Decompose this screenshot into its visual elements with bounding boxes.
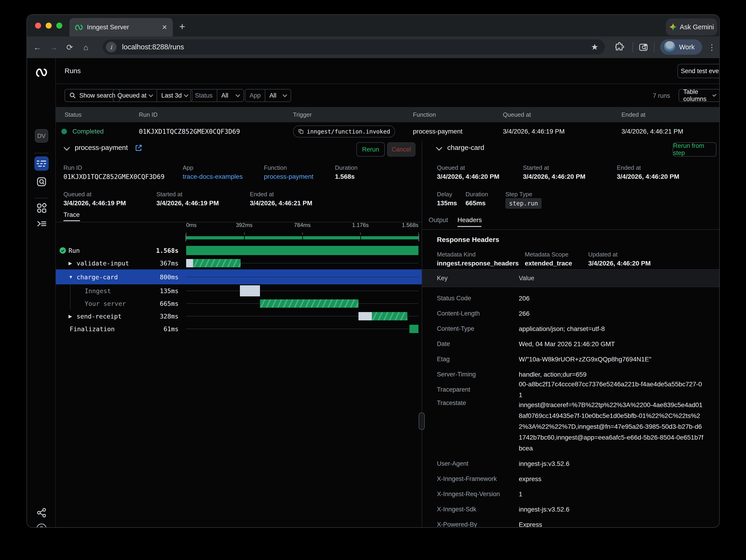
run-id-label: Run ID <box>63 164 82 171</box>
collapse-run-icon[interactable] <box>64 144 70 151</box>
filter-bar: Show search Queued at Last 3d Status All… <box>56 84 720 107</box>
tab-trace[interactable]: Trace <box>63 211 80 218</box>
trace-step-duration: 367ms <box>160 260 178 267</box>
app-link[interactable]: trace-docs-examples <box>183 173 243 180</box>
browser-toolbar: ← → ⟳ ⌂ i localhost:8288/runs ★ Work ⋮ <box>27 36 719 58</box>
trace-bar-exec[interactable] <box>372 312 407 320</box>
started-label: Started at <box>156 191 182 198</box>
step-queued-value: 3/4/2026, 4:46:20 PM <box>437 173 499 180</box>
trace-row-finalization[interactable]: Finalization61ms <box>56 322 422 335</box>
col-status[interactable]: Status <box>65 111 82 118</box>
collapse-icon[interactable]: ▼ <box>68 274 73 279</box>
inngest-favicon <box>75 23 83 31</box>
site-info-icon[interactable]: i <box>106 42 116 52</box>
rerun-from-step-button[interactable]: Rerun from step <box>672 142 716 157</box>
trace-bar-exec[interactable] <box>193 259 240 267</box>
reload-icon[interactable]: ⟳ <box>64 41 76 53</box>
table-row[interactable]: Completed 01KJXD1TQCZ852GMEX0CQF3D69 inn… <box>56 122 720 141</box>
sidebar-item-events[interactable] <box>27 176 56 187</box>
tab-search-icon[interactable] <box>638 42 649 53</box>
trace-bar-exec[interactable] <box>260 299 358 308</box>
trace-bar-solid[interactable] <box>409 325 419 333</box>
zoom-window-button[interactable] <box>56 23 62 29</box>
show-search-button[interactable]: Show search <box>65 89 120 102</box>
step-name: charge-card <box>447 144 484 151</box>
sidebar-divider <box>34 198 49 198</box>
app-sidebar: DV ? </> <box>27 58 56 528</box>
close-window-button[interactable] <box>35 23 41 29</box>
back-icon[interactable]: ← <box>32 41 43 53</box>
queued-label: Queued at <box>63 191 91 198</box>
send-test-event-button[interactable]: Send test event <box>678 64 720 78</box>
expand-icon[interactable]: ▶ <box>68 260 72 266</box>
status-label: Completed <box>73 128 104 135</box>
ended-label: Ended at <box>250 191 274 198</box>
trace-step-duration: 800ms <box>160 273 178 281</box>
trace-row-send-receipt[interactable]: ▶send-receipt328ms <box>56 310 422 322</box>
tab-close-icon[interactable]: ✕ <box>162 24 167 31</box>
external-link-icon[interactable] <box>135 144 143 152</box>
col-function[interactable]: Function <box>413 111 436 118</box>
col-trigger[interactable]: Trigger <box>293 111 312 118</box>
forward-icon[interactable]: → <box>48 41 59 53</box>
new-tab-button[interactable]: + <box>179 23 185 30</box>
rerun-button[interactable]: Rerun <box>356 142 385 157</box>
trace-bar-delay[interactable] <box>186 259 193 267</box>
timeline-tick <box>186 233 186 235</box>
col-queued-at[interactable]: Queued at <box>503 111 531 118</box>
trace-step-name: Finalization <box>70 325 115 332</box>
url-text[interactable]: localhost:8288/runs <box>122 43 591 51</box>
cancel-button[interactable]: Cancel <box>387 142 415 157</box>
avatar <box>663 41 676 53</box>
sidebar-item-help[interactable]: ? <box>27 524 56 528</box>
home-icon[interactable]: ⌂ <box>80 41 92 53</box>
extensions-icon[interactable] <box>614 42 625 53</box>
timeline-tick-label: 392ms <box>236 222 253 228</box>
header-key: Content-Length <box>422 310 519 317</box>
started-value: 3/4/2026, 4:46:19 PM <box>156 200 219 207</box>
trace-row-your-server[interactable]: Your server665ms <box>56 297 422 310</box>
sidebar-item-queue[interactable] <box>27 218 56 229</box>
app-filter[interactable]: App All <box>245 89 291 102</box>
header-key: User-Agent <box>422 460 519 467</box>
col-ended-at[interactable]: Ended at <box>622 111 645 118</box>
trace-row-charge-card[interactable]: ▼charge-card800ms <box>56 269 422 284</box>
browser-tab[interactable]: Inngest Server ✕ <box>69 18 173 36</box>
run-id-cell[interactable]: 01KJXD1TQCZ852GMEX0CQF3D69 <box>139 128 240 136</box>
tab-output[interactable]: Output <box>429 216 448 224</box>
collapse-step-icon[interactable] <box>436 144 442 151</box>
tab-headers[interactable]: Headers <box>457 216 482 224</box>
trace-bar-delay[interactable] <box>240 285 260 296</box>
minimize-window-button[interactable] <box>46 23 52 29</box>
queued-at-cell: 3/4/2026, 4:46:19 PM <box>503 128 565 135</box>
sidebar-item-apps[interactable] <box>27 203 56 213</box>
env-badge[interactable]: DV <box>27 129 56 143</box>
trace-bar-delay[interactable] <box>358 312 372 320</box>
run-id-value: 01KJXD1TQCZ852GMEX0CQF3D69 <box>63 173 165 181</box>
col-run-id[interactable]: Run ID <box>139 111 157 118</box>
url-bar[interactable]: i localhost:8288/runs ★ <box>103 39 605 55</box>
inngest-logo[interactable] <box>27 66 56 78</box>
value-column: Value <box>519 275 534 282</box>
trace-row-validate-input[interactable]: ▶validate-input367ms <box>56 257 422 269</box>
table-columns-button[interactable]: Table columns <box>679 89 720 102</box>
sidebar-item-share[interactable] <box>27 507 56 518</box>
trace-row-run[interactable]: Run1.568s <box>56 244 422 257</box>
sidebar-item-runs[interactable] <box>27 156 56 171</box>
browser-menu-icon[interactable]: ⋮ <box>708 41 716 53</box>
response-headers-title: Response Headers <box>437 236 499 243</box>
trace-step-duration: 665ms <box>160 300 178 307</box>
expand-icon[interactable]: ▶ <box>68 314 72 319</box>
profile-chip[interactable]: Work <box>660 39 702 55</box>
ask-gemini-button[interactable]: Ask Gemini <box>666 19 717 35</box>
trace-row-inngest[interactable]: Inngest135ms <box>56 284 422 297</box>
time-filter[interactable]: Queued at Last 3d <box>113 89 192 102</box>
status-filter[interactable]: Status All <box>190 89 244 102</box>
bookmark-star-icon[interactable]: ★ <box>591 42 598 52</box>
header-value: express <box>519 473 703 484</box>
function-link[interactable]: process-payment <box>264 173 314 180</box>
trigger-name: inngest/function.invoked <box>307 128 390 135</box>
trigger-badge[interactable]: inngest/function.invoked <box>293 125 395 138</box>
trace-bar-solid[interactable] <box>186 246 419 255</box>
header-key: Tracestate <box>422 400 519 407</box>
